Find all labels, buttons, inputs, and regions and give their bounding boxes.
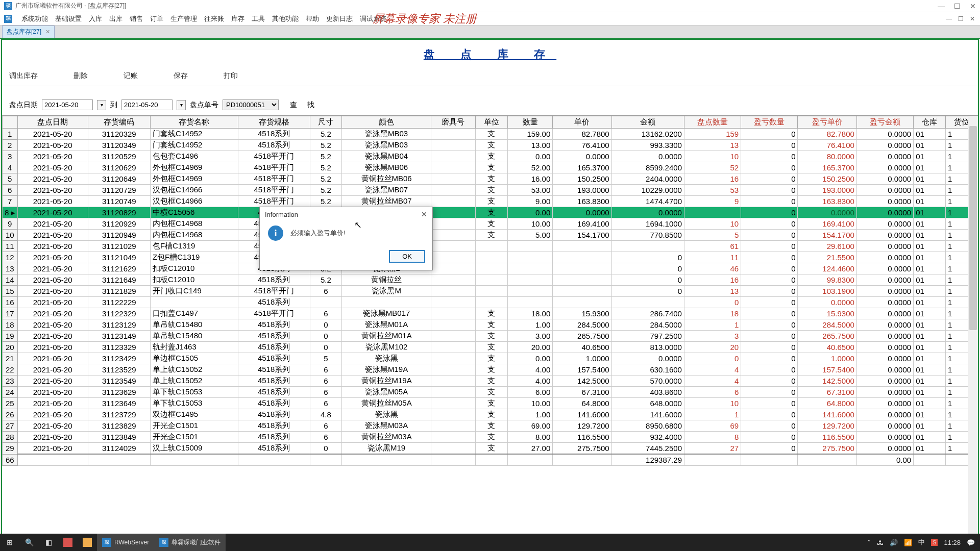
menu-tools[interactable]: 工具 [252, 14, 265, 23]
date-to-input[interactable] [121, 99, 173, 110]
dialog-ok-button[interactable]: OK [389, 250, 425, 263]
window-title: 广州市琛曦软件有限公司 - [盘点库存[27]] [15, 2, 126, 10]
table-row[interactable]: 29 2021-05-2031124029汉上轨C150094518系列 0瓷泳… [3, 443, 978, 455]
info-icon: i [268, 226, 283, 241]
date-to-picker-icon[interactable]: ▾ [177, 100, 186, 110]
menu-sales[interactable]: 销售 [130, 14, 143, 23]
app2-icon [83, 538, 92, 547]
dialog-message: 必须输入盈亏单价! [290, 229, 346, 238]
dialog-close-icon[interactable]: ✕ [421, 210, 427, 218]
taskbar: ⊞ 🔍 ◧ 琛RWebServer 琛尊霸琛曦门业软件 ˄ 🖧 🔊 📶 中 S … [0, 534, 980, 551]
taskbar-app2[interactable] [78, 534, 97, 551]
btn-save[interactable]: 保存 [174, 71, 188, 81]
table-row[interactable]: 26 2021-05-2031123729双边框C14954518系列 4.8瓷… [3, 409, 978, 420]
date-from-picker-icon[interactable]: ▾ [97, 100, 106, 110]
filter-bar: 盘点日期 ▾ 到 ▾ 盘点单号 PD10000051 查 找 [2, 96, 978, 115]
table-row[interactable]: 22 2021-05-2031123529单上轨C150524518系列 6瓷泳… [3, 364, 978, 375]
menu-accounts[interactable]: 往来账 [204, 14, 224, 23]
tray-volume-icon[interactable]: 🔊 [890, 539, 898, 546]
menu-basic[interactable]: 基础设置 [55, 14, 82, 23]
table-row[interactable]: 7 2021-05-2031120749汉包框C149664518平开门 5.2… [3, 196, 978, 207]
table-row[interactable]: 8 ▸ 2021-05-2031120829中横C150564518系列 0瓷泳… [3, 207, 978, 218]
table-row[interactable]: 2 2021-05-2031120349门套线C149524518系列 5.2瓷… [3, 140, 978, 151]
mdi-restore-icon[interactable]: ❐ [958, 15, 964, 22]
menu-out[interactable]: 出库 [109, 14, 122, 23]
table-row[interactable]: 13 2021-05-2031121629扣板C120104518系列 5.2瓷… [3, 263, 978, 274]
minimize-icon[interactable]: — [938, 2, 945, 10]
content: 盘 点 库 存 调出库存 删除 记账 保存 打印 盘点日期 ▾ 到 ▾ 盘点单号… [1, 39, 979, 538]
table-row[interactable]: 9 2021-05-2031120929内包框C149684518平开门 5.2… [3, 218, 978, 230]
menubar: 琛 系统功能 基础设置 入库 出库 销售 订单 生产管理 往来账 库存 工具 其… [0, 12, 980, 26]
tray-ime[interactable]: 中 [918, 538, 925, 547]
search-button[interactable]: 查 找 [290, 101, 318, 110]
table-row[interactable]: 24 2021-05-2031123629单下轨C150534518系列 6瓷泳… [3, 387, 978, 398]
data-grid[interactable]: 盘点日期存货编码存货名称存货规格尺寸颜色磨具号单位数量单价金额盘点数量盈亏数量盈… [2, 116, 978, 466]
taskview-icon: ◧ [44, 538, 53, 547]
tab-close-icon[interactable]: ✕ [45, 29, 50, 35]
menu-help[interactable]: 帮助 [306, 14, 319, 23]
table-row[interactable]: 15 2021-05-2031121829开门收口C1494518平开门 6瓷泳… [3, 286, 978, 297]
tabbar: 盘点库存[27] ✕ [0, 26, 980, 39]
tray-up-icon[interactable]: ˄ [867, 539, 871, 546]
to-label: 到 [110, 101, 117, 110]
menu-production[interactable]: 生产管理 [170, 14, 197, 23]
info-dialog: Information ✕ i 必须输入盈亏单价! OK [259, 207, 433, 270]
menu-order[interactable]: 订单 [150, 14, 163, 23]
tray-wifi-icon[interactable]: 📶 [904, 539, 912, 546]
table-row[interactable]: 25 2021-05-2031123649单下轨C150534518系列 6黄铜… [3, 398, 978, 409]
app-icon-small: 琛 [4, 15, 12, 23]
table-row[interactable]: 21 2021-05-2031123429单边框C15054518系列 5瓷泳黑… [3, 353, 978, 364]
btn-export[interactable]: 调出库存 [9, 71, 38, 81]
mdi-minimize-icon[interactable]: — [946, 15, 952, 22]
table-row[interactable]: 27 2021-05-2031123829开光企C15014518系列 6瓷泳黑… [3, 420, 978, 432]
total-row: 66 129387.290.00 [3, 454, 978, 465]
table-row[interactable]: 3 2021-05-2031120529包包套C14964518平开门 5.2瓷… [3, 151, 978, 162]
table-row[interactable]: 11 2021-05-2031121029包F槽C13194518平开门 5.2… [3, 241, 978, 252]
table-row[interactable]: 4 2021-05-2031120629外包框C149694518平开门 5.2… [3, 162, 978, 173]
tray-sogou-icon[interactable]: S [931, 539, 938, 546]
date-from-input[interactable] [42, 99, 93, 110]
menu-other[interactable]: 其他功能 [272, 14, 299, 23]
btn-record[interactable]: 记账 [124, 71, 138, 81]
table-row[interactable]: 12 2021-05-2031121049Z包F槽C13194518平开门 5.… [3, 252, 978, 263]
windows-icon: ⊞ [5, 538, 14, 547]
start-button[interactable]: ⊞ [0, 534, 19, 551]
menu-stock[interactable]: 库存 [231, 14, 244, 23]
table-row[interactable]: 17 2021-05-2031122329口扣盖C14974518平开门 6瓷泳… [3, 308, 978, 319]
table-row[interactable]: 18 2021-05-2031123129单吊轨C154804518系列 0瓷泳… [3, 319, 978, 331]
btn-print[interactable]: 打印 [224, 71, 238, 81]
table-row[interactable]: 23 2021-05-2031123549单上轨C150524518系列 6黄铜… [3, 375, 978, 387]
taskbar-rwebserver[interactable]: 琛RWebServer [97, 534, 154, 551]
dialog-title: Information [265, 211, 298, 218]
menu-changelog[interactable]: 更新日志 [326, 14, 353, 23]
scrollbar-thumb[interactable] [969, 126, 977, 330]
search-button[interactable]: 🔍 [19, 534, 39, 551]
close-icon[interactable]: ✕ [970, 2, 976, 10]
btn-delete[interactable]: 删除 [74, 71, 88, 81]
table-row[interactable]: 16 2021-05-20311222294518系列 000.00000.00… [3, 297, 978, 308]
taskbar-app1[interactable] [58, 534, 78, 551]
table-row[interactable]: 5 2021-05-2031120649外包框C149694518平开门 5.2… [3, 173, 978, 185]
table-row[interactable]: 1 2021-05-2031120329门套线C149524518系列 5.2瓷… [3, 129, 978, 140]
search-icon: 🔍 [24, 538, 34, 547]
tab-inventory[interactable]: 盘点库存[27] ✕ [2, 26, 55, 38]
app1-icon [63, 538, 72, 547]
table-row[interactable]: 14 2021-05-2031121649扣板C120104518系列 5.2黄… [3, 274, 978, 286]
menu-in[interactable]: 入库 [89, 14, 102, 23]
table-row[interactable]: 6 2021-05-2031120729汉包框C149664518平开门 5.2… [3, 185, 978, 196]
grid-wrap: 盘点日期存货编码存货名称存货规格尺寸颜色磨具号单位数量单价金额盘点数量盈亏数量盈… [2, 115, 978, 537]
table-row[interactable]: 20 2021-05-2031123329轨封盖J14634518系列 0瓷泳黑… [3, 342, 978, 353]
mdi-close-icon[interactable]: ✕ [970, 15, 975, 22]
menu-system[interactable]: 系统功能 [21, 14, 48, 23]
order-select[interactable]: PD10000051 [223, 99, 279, 110]
tray-time[interactable]: 11:28 [944, 539, 961, 546]
maximize-icon[interactable]: ☐ [954, 2, 961, 10]
taskbar-mainapp[interactable]: 琛尊霸琛曦门业软件 [154, 534, 226, 551]
taskview-button[interactable]: ◧ [39, 534, 58, 551]
table-row[interactable]: 28 2021-05-2031123849开光企C15014518系列 6黄铜拉… [3, 432, 978, 443]
tray-network-icon[interactable]: 🖧 [877, 539, 884, 546]
table-row[interactable]: 19 2021-05-2031123149单吊轨C154804518系列 0黄铜… [3, 331, 978, 342]
tray-notifications-icon[interactable]: 💬 [967, 539, 975, 546]
vertical-scrollbar[interactable] [968, 116, 978, 537]
table-row[interactable]: 10 2021-05-2031120949内包框C149684518平开门 5.… [3, 230, 978, 241]
